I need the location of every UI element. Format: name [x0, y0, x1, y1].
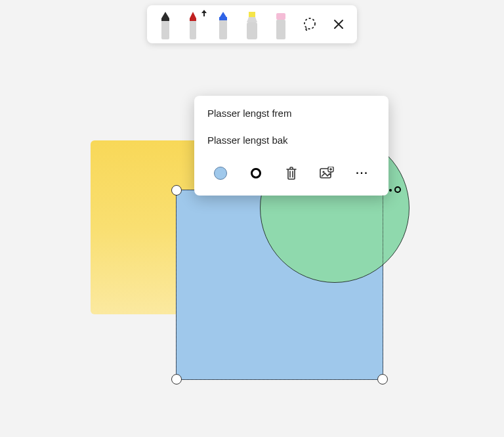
- svg-marker-3: [190, 12, 196, 18]
- eraser-tool[interactable]: [268, 9, 294, 39]
- fill-color-button[interactable]: [207, 160, 234, 186]
- svg-marker-10: [247, 17, 257, 22]
- menu-item-bring-front[interactable]: Plasser lengst frem: [194, 100, 388, 127]
- image-icon: [320, 167, 334, 180]
- context-tool-row: ···: [194, 154, 388, 196]
- svg-rect-7: [219, 17, 227, 39]
- close-button[interactable]: [326, 11, 352, 37]
- arrow-up-icon: [201, 9, 207, 17]
- svg-marker-0: [161, 12, 169, 18]
- svg-rect-4: [190, 18, 196, 39]
- svg-rect-2: [161, 18, 169, 21]
- pen-toolbar: [147, 5, 357, 43]
- resize-handle-top-left[interactable]: [171, 185, 182, 196]
- highlighter-tool[interactable]: [239, 9, 265, 39]
- svg-rect-8: [219, 17, 227, 20]
- blue-marker-tool[interactable]: [210, 9, 236, 39]
- svg-rect-1: [161, 18, 169, 39]
- rotate-handle[interactable]: [394, 186, 402, 194]
- svg-rect-12: [276, 13, 285, 20]
- trash-icon: [285, 166, 298, 180]
- delete-button[interactable]: [278, 160, 304, 186]
- highlighter-icon: [243, 12, 261, 39]
- outline-swatch-icon: [251, 168, 261, 178]
- resize-handle-bottom-left[interactable]: [171, 374, 182, 385]
- svg-rect-9: [249, 12, 255, 17]
- svg-point-16: [322, 171, 324, 173]
- fill-swatch-icon: [214, 167, 227, 180]
- pencil-tool[interactable]: [152, 9, 178, 39]
- outline-color-button[interactable]: [243, 160, 269, 186]
- svg-point-14: [304, 18, 315, 29]
- red-pen-tool[interactable]: [181, 9, 207, 39]
- close-icon: [333, 18, 345, 30]
- more-icon: ···: [356, 167, 368, 179]
- eraser-icon: [272, 12, 289, 39]
- more-button[interactable]: ···: [349, 160, 375, 186]
- svg-rect-11: [247, 22, 257, 39]
- image-button[interactable]: [314, 160, 340, 186]
- blue-marker-icon: [215, 12, 232, 39]
- pencil-icon: [157, 12, 174, 39]
- resize-handle-bottom-right[interactable]: [377, 374, 388, 385]
- svg-rect-5: [190, 18, 196, 21]
- lasso-icon: [303, 17, 317, 31]
- lasso-tool[interactable]: [297, 11, 323, 37]
- svg-rect-13: [276, 20, 285, 39]
- menu-item-send-back[interactable]: Plasser lengst bak: [194, 127, 388, 154]
- canvas-area[interactable]: [0, 0, 504, 437]
- svg-marker-6: [220, 12, 226, 17]
- context-menu: Plasser lengst frem Plasser lengst bak ·…: [194, 96, 388, 196]
